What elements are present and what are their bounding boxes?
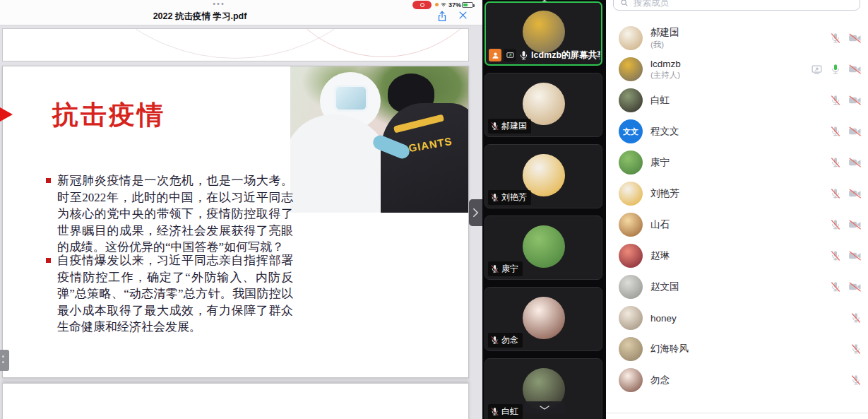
video-tile[interactable]: lcdmzb的屏幕共享	[484, 1, 602, 66]
tile-name-label: 白虹	[501, 406, 518, 418]
participant-name: 赵文国	[650, 281, 679, 293]
annotation-tab[interactable]	[0, 350, 9, 371]
video-tile[interactable]: 郝建国	[484, 73, 602, 137]
avatar	[619, 275, 643, 299]
tile-label-bar: 白虹	[488, 404, 523, 419]
participant-row[interactable]: lcdmzb (主持人)	[606, 54, 868, 85]
shared-screen: ••• 2022 抗击疫情 学习.pdf 37% 抗击疫情	[0, 0, 482, 419]
pdf-page-previous	[2, 28, 469, 61]
mic-toggle-icon[interactable]	[830, 281, 841, 293]
participant-row[interactable]: 勿念	[606, 365, 868, 396]
video-tile[interactable]: 勿念	[484, 287, 602, 351]
participant-row[interactable]: 赵文国	[606, 271, 868, 302]
participant-role: (我)	[650, 40, 679, 50]
mic-icon	[518, 50, 529, 61]
participant-row[interactable]: 山石	[606, 209, 868, 240]
participant-names: 刘艳芳	[650, 187, 679, 200]
participant-row[interactable]: 幻海聆风	[606, 334, 868, 365]
participant-name: honey	[650, 313, 677, 324]
mic-toggle-icon[interactable]	[830, 219, 841, 230]
mic-icon	[490, 264, 499, 273]
chevron-right-icon	[472, 208, 479, 218]
mic-toggle-icon[interactable]	[830, 188, 841, 199]
participant-name: 程文文	[650, 125, 679, 138]
camera-toggle-icon[interactable]	[848, 33, 862, 44]
participant-status-icons	[850, 312, 862, 324]
tile-label-bar: 郝建国	[488, 119, 531, 134]
participant-names: 幻海聆风	[650, 343, 689, 355]
strip-expand-handle[interactable]	[469, 199, 482, 226]
screen-share-badge-icon	[504, 49, 516, 61]
scroll-down-indicator[interactable]	[524, 401, 565, 413]
participant-name: 幻海聆风	[650, 343, 689, 355]
avatar: 文文	[619, 119, 643, 143]
mic-toggle-icon[interactable]	[830, 250, 841, 261]
mic-icon	[490, 193, 499, 202]
avatar	[523, 297, 565, 339]
participant-row[interactable]: 康宁	[606, 147, 868, 178]
avatar	[619, 306, 643, 330]
avatar	[523, 225, 565, 268]
mic-toggle-icon[interactable]	[850, 374, 862, 386]
participant-names: 郝建国 (我)	[650, 26, 679, 50]
participant-row[interactable]: 文文 程文文	[606, 116, 868, 147]
participant-row[interactable]: honey	[606, 302, 868, 334]
search-input[interactable]	[634, 0, 853, 8]
camera-toggle-icon[interactable]	[848, 219, 862, 230]
tile-label-bar: 康宁	[488, 261, 523, 276]
bullet-square-icon	[46, 258, 51, 263]
tile-label-bar: 勿念	[488, 333, 523, 348]
camera-toggle-icon[interactable]	[848, 64, 862, 75]
mic-toggle-icon[interactable]	[830, 95, 841, 106]
close-button[interactable]	[458, 10, 468, 20]
participant-names: 山石	[650, 218, 670, 231]
export-share-button[interactable]	[436, 10, 448, 23]
drag-handle-dots[interactable]: •••	[203, 0, 234, 7]
participant-name: 白虹	[650, 94, 670, 107]
meeting-window: ••• 2022 抗击疫情 学习.pdf 37% 抗击疫情	[0, 0, 868, 419]
video-strip: lcdmzb的屏幕共享 郝建国	[482, 0, 606, 419]
participant-status-icons	[830, 95, 862, 106]
mic-toggle-icon[interactable]	[850, 343, 862, 355]
mic-toggle-icon[interactable]	[850, 312, 862, 324]
camera-toggle-icon[interactable]	[848, 188, 862, 199]
camera-toggle-icon[interactable]	[848, 95, 862, 106]
mic-toggle-icon[interactable]	[830, 33, 841, 44]
wifi-icon	[440, 1, 447, 8]
pdf-page-current: 抗击疫情 GIANTS 新冠肺炎疫情是一次危机，也是一场大考。时至2022年，此…	[2, 66, 469, 378]
avatar	[619, 26, 643, 50]
video-tiles: lcdmzb的屏幕共享 郝建国	[482, 0, 606, 419]
mic-toggle-icon[interactable]	[830, 64, 841, 75]
camera-toggle-icon[interactable]	[848, 281, 862, 293]
camera-toggle-icon[interactable]	[848, 157, 862, 168]
avatar	[619, 244, 643, 268]
avatar	[619, 368, 643, 392]
bullet-square-icon	[46, 178, 51, 183]
participant-names: 赵文国	[650, 281, 679, 293]
participant-name: 勿念	[650, 374, 670, 386]
photo-patient-jacket	[381, 103, 469, 213]
camera-toggle-icon[interactable]	[848, 126, 862, 137]
participant-status-icons	[830, 281, 862, 293]
camera-toggle-icon[interactable]	[848, 250, 862, 261]
active-speaker-badge-icon	[489, 49, 501, 61]
participant-status-icons	[850, 374, 862, 386]
participant-status-icons	[830, 219, 862, 230]
participant-status-icons	[850, 343, 862, 355]
participant-names: 程文文	[650, 125, 679, 138]
participant-row[interactable]: 赵琳	[606, 240, 868, 271]
participant-names: lcdmzb (主持人)	[650, 59, 681, 81]
member-search[interactable]	[613, 0, 860, 11]
participant-row[interactable]: 郝建国 (我)	[606, 23, 868, 54]
participant-row[interactable]: 白虹	[606, 85, 868, 116]
tile-name-label: 勿念	[501, 334, 518, 346]
mic-toggle-icon[interactable]	[830, 157, 841, 168]
battery-percent: 37%	[448, 1, 461, 8]
participant-row[interactable]: 刘艳芳	[606, 178, 868, 209]
video-tile[interactable]: 刘艳芳	[484, 144, 602, 208]
slide-bullet: 新冠肺炎疫情是一次危机，也是一场大考。时至2022年，此时的中国，在以习近平同志…	[46, 172, 293, 256]
mic-toggle-icon[interactable]	[830, 126, 841, 137]
video-tile[interactable]: 康宁	[484, 216, 602, 280]
mic-icon	[490, 407, 499, 416]
participant-status-icons	[830, 33, 862, 44]
